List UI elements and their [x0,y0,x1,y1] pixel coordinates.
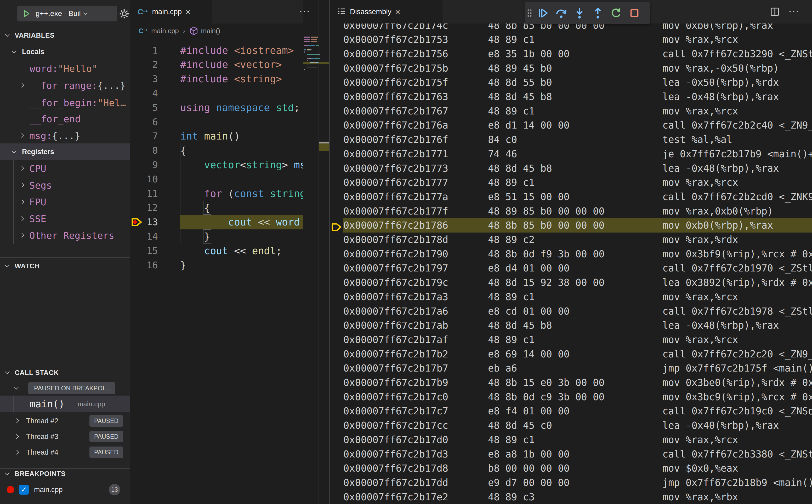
tree-item[interactable]: __for_end [0,111,130,127]
disasm-row[interactable]: 0x00007ff67c2b175b48 89 45 b0mov %rax,-0… [330,61,812,76]
section-header-breakpoints[interactable]: BREAKPOINTS [0,465,130,482]
tree-item[interactable]: __for_begin: "Hel… [0,94,130,111]
disasm-address: 0x00007ff67c2b1756 [343,47,448,61]
launch-config-dropdown[interactable]: g++.exe - Buil [17,6,117,21]
disasm-row[interactable]: 0x00007ff67c2b17cc48 8d 45 c0lea -0x40(%… [330,418,812,433]
tab-main-cpp[interactable]: C++ main.cpp × [130,0,213,24]
code-line[interactable]: cout << endl; [180,244,282,258]
breakpoint-checkbox[interactable]: ✓ [19,485,29,495]
split-editor-button[interactable] [769,0,780,24]
close-icon[interactable]: × [395,7,400,16]
tree-item[interactable]: SSE [0,210,130,227]
line-number: 11 [140,187,158,201]
code-line[interactable]: { [180,201,210,215]
code-line[interactable]: using namespace std; [180,101,300,115]
disasm-row[interactable]: 0x00007ff67c2b17c048 8b 0d c9 3b 00 00mo… [330,390,812,404]
disasm-row[interactable]: 0x00007ff67c2b179c48 8d 15 92 38 00 00le… [330,275,812,290]
breakpoint-row[interactable]: ✓ main.cpp 13 [0,481,130,498]
disasm-row[interactable]: 0x00007ff67c2b1756e8 35 1b 00 00call 0x7… [330,47,812,61]
disasm-row[interactable]: 0x00007ff67c2b178d48 89 c2mov %rax,%rdx [330,233,812,247]
code-line[interactable]: #include <iostream> [180,43,294,58]
disasm-row[interactable]: 0x00007ff67c2b17b7eb a6jmp 0x7ff67c2b175… [330,361,812,375]
disasm-row[interactable]: 0x00007ff67c2b179048 8b 0d f9 3b 00 00mo… [330,247,812,261]
start-debugging-icon[interactable] [21,9,31,19]
code-line[interactable]: for (const string [180,187,303,201]
breadcrumb-file[interactable]: main.cpp [151,27,179,35]
editor-actions[interactable]: ··· [789,0,800,24]
section-header-call-stack[interactable]: CALL STACK [0,364,130,381]
code-token: ; [276,245,282,257]
disasm-row[interactable]: 0x00007ff67c2b177174 46je 0x7ff67c2b17b9… [330,147,812,161]
disasm-row[interactable]: 0x00007ff67c2b176f84 c0test %al,%al [330,132,812,147]
step-into-icon [573,7,586,19]
disasm-row[interactable]: 0x00007ff67c2b17a6e8 cd 01 00 00call 0x7… [330,304,812,318]
code-token [180,159,204,171]
disasm-row[interactable]: 0x00007ff67c2b17d3e8 a8 1b 00 00call 0x7… [330,447,812,461]
disasm-row[interactable]: 0x00007ff67c2b177ae8 51 15 00 00call 0x7… [330,190,812,204]
tree-item[interactable]: __for_range: {...} [0,77,130,94]
stop-button[interactable] [625,4,644,22]
disasm-row[interactable]: 0x00007ff67c2b177748 89 c1mov %rax,%rcx [330,175,812,190]
code-line[interactable]: } [180,229,210,244]
disasm-row[interactable]: 0x00007ff67c2b17ab48 8d 45 b8lea -0x48(%… [330,318,812,333]
tree-item[interactable]: word: "Hello" [0,60,130,77]
step-into-button[interactable] [570,4,589,22]
close-icon[interactable]: × [185,7,190,16]
tab-disassembly[interactable]: Disassembly × [330,0,442,24]
disasm-address: 0x00007ff67c2b17d3 [343,447,448,461]
section-header-watch[interactable]: WATCH [0,258,130,274]
disasm-row[interactable]: 0x00007ff67c2b176ae8 d1 14 00 00call 0x7… [330,118,812,132]
overview-ruler[interactable] [319,0,329,504]
editor-actions: ··· [300,0,311,24]
call-stack-thread-row[interactable]: Thread #2PAUSED [0,413,130,429]
code-line[interactable]: { [180,143,186,158]
tree-item[interactable]: Segs [0,177,130,194]
disasm-row[interactable]: 0x00007ff67c2b17dde9 d7 00 00 00jmp 0x7f… [330,476,812,490]
code-line[interactable]: } [180,258,186,273]
drag-handle-icon[interactable] [525,4,534,22]
disasm-row[interactable]: 0x00007ff67c2b1797e8 d4 01 00 00call 0x7… [330,261,812,275]
call-stack-frame-row[interactable]: main() main.cpp [0,396,130,412]
disasm-row[interactable]: 0x00007ff67c2b177348 8d 45 b8lea -0x48(%… [330,161,812,176]
disasm-row[interactable]: 0x00007ff67c2b176748 89 c1mov %rax,%rcx [330,104,812,118]
tree-item[interactable]: FPU [0,194,130,210]
code-line[interactable]: vector<string> ms [180,158,303,172]
tree-item[interactable]: Locals [0,43,130,60]
disasm-row[interactable]: 0x00007ff67c2b17a348 89 c1mov %rax,%rcx [330,290,812,304]
section-header-variables[interactable]: VARIABLES [0,27,130,44]
breadcrumb-symbol[interactable]: main() [201,27,220,35]
disasm-row[interactable]: 0x00007ff67c2b17af48 89 c1mov %rax,%rcx [330,333,812,347]
disasm-row[interactable]: 0x00007ff67c2b17b2e8 69 14 00 00call 0x7… [330,347,812,361]
tree-item-label: __for_begin: [30,97,97,108]
restart-button[interactable] [607,4,625,22]
disasm-row[interactable]: 0x00007ff67c2b177f48 89 85 b0 00 00 00mo… [330,204,812,218]
step-over-button[interactable] [552,4,570,22]
code-line[interactable]: #include <string> [180,72,282,86]
disasm-row[interactable]: 0x00007ff67c2b17d048 89 c1mov %rax,%rcx [330,433,812,447]
disasm-row[interactable]: 0x00007ff67c2b178648 8b 85 b0 00 00 00mo… [330,218,812,233]
disasm-row[interactable]: 0x00007ff67c2b17c7e8 f4 01 00 00call 0x7… [330,404,812,418]
code-line[interactable]: cout << word [180,215,300,229]
more-actions-icon[interactable]: ··· [300,7,311,16]
disasm-row[interactable]: 0x00007ff67c2b17e248 89 c3mov %rax,%rbx [330,490,812,504]
scrollbar-slider[interactable] [319,142,329,143]
code-line[interactable]: #include <vector> [180,57,282,72]
disasm-row[interactable]: 0x00007ff67c2b176348 8d 45 b8lea -0x48(%… [330,90,812,104]
disasm-row[interactable]: 0x00007ff67c2b175348 89 c1mov %rax,%rcx [330,32,812,47]
disasm-row[interactable]: 0x00007ff67c2b17d8b8 00 00 00 00mov $0x0… [330,461,812,476]
call-stack-thread-row[interactable]: Thread #4PAUSED [0,444,130,461]
disasm-row[interactable]: 0x00007ff67c2b175f48 8d 55 b0lea -0x50(%… [330,75,812,90]
continue-button[interactable] [534,4,552,22]
step-out-button[interactable] [589,4,607,22]
code-line[interactable]: int main() [180,129,240,143]
tree-item[interactable]: Other Registers [0,227,130,244]
code-area[interactable]: 1#include <iostream>2#include <vector>3#… [130,38,303,504]
tree-item[interactable]: Registers [0,143,130,160]
call-stack-thread-row[interactable]: Thread #3PAUSED [0,428,130,445]
tree-item[interactable]: CPU [0,160,130,177]
gear-icon[interactable] [118,8,130,20]
disasm-bytes: 84 c0 [488,132,517,147]
disasm-row[interactable]: 0x00007ff67c2b17b948 8b 15 e0 3b 00 00mo… [330,375,812,390]
tree-item[interactable]: msg: {...} [0,127,130,144]
call-stack-session-row[interactable]: PAUSED ON BREAKPOI... [0,380,130,397]
